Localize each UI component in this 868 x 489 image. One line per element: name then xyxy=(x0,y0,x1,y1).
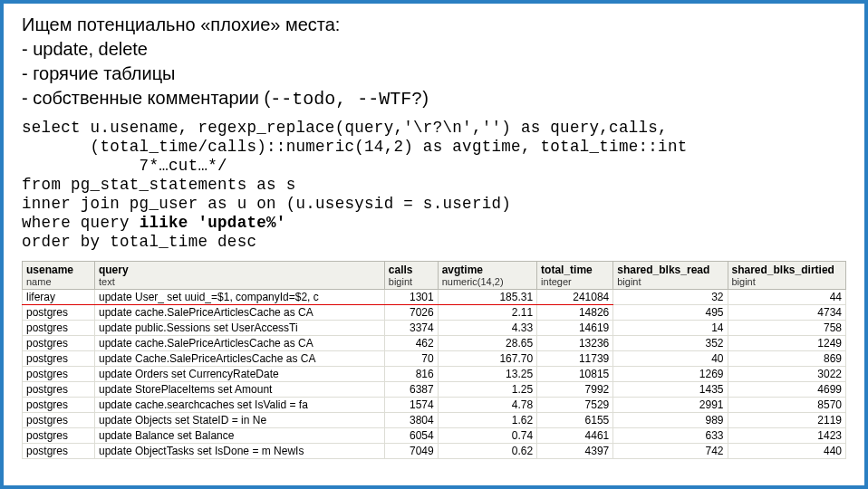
th-total: total_timeinteger xyxy=(537,262,613,290)
th-read-top: shared_blks_read xyxy=(617,264,709,276)
table-cell: 6387 xyxy=(384,382,438,398)
table-cell: 2119 xyxy=(728,413,846,428)
table-cell: update Orders set CurrencyRateDate xyxy=(94,367,384,382)
table-cell: 1.25 xyxy=(438,382,536,398)
table-row: postgresupdate Objects set StateID = in … xyxy=(23,413,846,428)
table-row: postgresupdate cache.SalePriceArticlesCa… xyxy=(23,336,846,351)
table-cell: 2.11 xyxy=(438,305,536,321)
table-cell: liferay xyxy=(23,290,95,305)
table-cell: update Balance set Balance xyxy=(94,428,384,444)
table-cell: 32 xyxy=(613,290,728,305)
table-cell: 989 xyxy=(613,413,728,428)
sql-line-6b: ilike 'update%' xyxy=(140,214,286,232)
results-table: usenamename querytext callsbigint avgtim… xyxy=(22,261,846,459)
table-cell: 1249 xyxy=(728,336,846,351)
table-cell: 1423 xyxy=(728,428,846,444)
table-cell: 6155 xyxy=(537,413,613,428)
table-cell: postgres xyxy=(23,305,95,321)
table-header-row: usenamename querytext callsbigint avgtim… xyxy=(23,262,846,290)
table-row: liferayupdate User_ set uuid_=$1, compan… xyxy=(23,290,846,305)
table-cell: 4699 xyxy=(728,382,846,398)
table-cell: postgres xyxy=(23,382,95,398)
table-cell: 4734 xyxy=(728,305,846,321)
table-row: postgresupdate cache.searchcaches set Is… xyxy=(23,398,846,413)
table-cell: 4461 xyxy=(537,428,613,444)
table-cell: 185.31 xyxy=(438,290,536,305)
th-calls-top: calls xyxy=(389,264,413,276)
table-cell: 440 xyxy=(728,444,846,459)
table-cell: 352 xyxy=(613,336,728,351)
sql-query-block: select u.usename, regexp_replace(query,'… xyxy=(22,119,846,252)
th-dirtied-top: shared_blks_dirtied xyxy=(732,264,834,276)
table-cell: 1574 xyxy=(384,398,438,413)
heading-bullet-2: - горячие таблицы xyxy=(22,62,846,86)
heading-bullet-3-post: ) xyxy=(422,88,429,108)
table-cell: 4.78 xyxy=(438,398,536,413)
table-cell: 241084 xyxy=(537,290,613,305)
table-cell: 7992 xyxy=(537,382,613,398)
table-cell: postgres xyxy=(23,444,95,459)
th-calls: callsbigint xyxy=(384,262,438,290)
heading-block: Ищем потенциально «плохие» места: - upda… xyxy=(22,13,846,111)
table-row: postgresupdate cache.SalePriceArticlesCa… xyxy=(23,305,846,321)
table-cell: 13.25 xyxy=(438,367,536,382)
table-row: postgresupdate Orders set CurrencyRateDa… xyxy=(23,367,846,382)
table-cell: 167.70 xyxy=(438,351,536,367)
heading-title: Ищем потенциально «плохие» места: xyxy=(22,13,846,37)
table-cell: 3374 xyxy=(384,321,438,336)
table-cell: 44 xyxy=(728,290,846,305)
table-cell: update ObjectTasks set IsDone = m NewIs xyxy=(94,444,384,459)
table-cell: postgres xyxy=(23,321,95,336)
sql-line-4: from pg_stat_statements as s xyxy=(22,176,295,194)
table-cell: 0.74 xyxy=(438,428,536,444)
table-cell: 7026 xyxy=(384,305,438,321)
table-cell: 0.62 xyxy=(438,444,536,459)
table-cell: update public.Sessions set UserAccessTi xyxy=(94,321,384,336)
table-cell: 816 xyxy=(384,367,438,382)
table-cell: 869 xyxy=(728,351,846,367)
table-cell: postgres xyxy=(23,413,95,428)
table-cell: update Cache.SalePriceArticlesCache as C… xyxy=(94,351,384,367)
th-usename-sub: name xyxy=(26,276,91,287)
table-cell: 495 xyxy=(613,305,728,321)
th-query-top: query xyxy=(99,264,129,276)
table-row: postgresupdate Balance set Balance60540.… xyxy=(23,428,846,444)
sql-line-7: order by total_time desc xyxy=(22,233,256,251)
table-cell: 28.65 xyxy=(438,336,536,351)
table-cell: 14826 xyxy=(537,305,613,321)
table-cell: 3022 xyxy=(728,367,846,382)
table-cell: 4397 xyxy=(537,444,613,459)
table-cell: 7529 xyxy=(537,398,613,413)
table-cell: postgres xyxy=(23,428,95,444)
heading-bullet-3-pre: - собственные комментарии ( xyxy=(22,88,270,108)
table-cell: postgres xyxy=(23,367,95,382)
table-cell: 633 xyxy=(613,428,728,444)
sql-line-5: inner join pg_user as u on (u.usesysid =… xyxy=(22,195,511,213)
table-cell: 40 xyxy=(613,351,728,367)
th-calls-sub: bigint xyxy=(389,276,434,287)
table-cell: 2991 xyxy=(613,398,728,413)
th-usename-top: usename xyxy=(26,264,73,276)
th-dirtied-sub: bigint xyxy=(732,276,843,287)
table-cell: 11739 xyxy=(537,351,613,367)
table-cell: 3804 xyxy=(384,413,438,428)
table-cell: postgres xyxy=(23,351,95,367)
table-cell: update User_ set uuid_=$1, companyId=$2,… xyxy=(94,290,384,305)
table-row: postgresupdate StorePlaceItems set Amoun… xyxy=(23,382,846,398)
table-cell: update cache.SalePriceArticlesCache as C… xyxy=(94,336,384,351)
table-cell: 14 xyxy=(613,321,728,336)
heading-bullet-3: - собственные комментарии (--todo, --WTF… xyxy=(22,86,846,111)
table-cell: 462 xyxy=(384,336,438,351)
table-cell: 1.62 xyxy=(438,413,536,428)
table-cell: 13236 xyxy=(537,336,613,351)
table-cell: postgres xyxy=(23,336,95,351)
heading-bullet-3-code: --todo, --WTF? xyxy=(270,89,422,110)
table-row: postgresupdate Cache.SalePriceArticlesCa… xyxy=(23,351,846,367)
table-cell: 7049 xyxy=(384,444,438,459)
table-cell: 70 xyxy=(384,351,438,367)
table-row: postgresupdate ObjectTasks set IsDone = … xyxy=(23,444,846,459)
sql-line-6: where query ilike 'update%' xyxy=(22,214,286,232)
sql-line-2: (total_time/calls)::numeric(14,2) as avg… xyxy=(22,138,688,156)
sql-line-1: select u.usename, regexp_replace(query,'… xyxy=(22,119,668,137)
table-cell: postgres xyxy=(23,398,95,413)
